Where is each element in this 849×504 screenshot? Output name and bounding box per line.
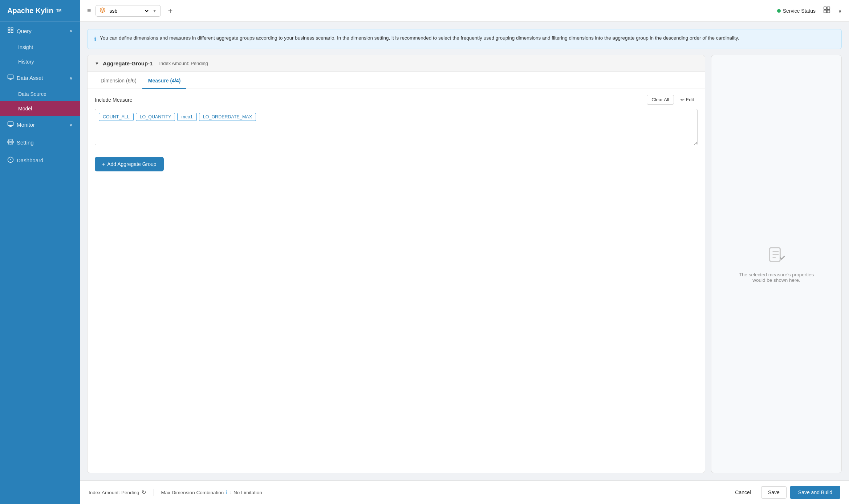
measure-tag-mea1[interactable]: mea1 xyxy=(177,113,196,121)
svg-rect-16 xyxy=(827,7,830,9)
sidebar-item-data-source[interactable]: Data Source xyxy=(0,87,80,101)
sidebar-sub-label-insight: Insight xyxy=(18,44,33,50)
svg-rect-1 xyxy=(11,28,13,29)
info-banner: ℹ You can define dimensions and measures… xyxy=(87,29,842,49)
cancel-button[interactable]: Cancel xyxy=(728,487,757,498)
measure-tag-count-all[interactable]: COUNT_ALL xyxy=(99,113,134,121)
max-dimension-item: Max Dimension Combination ℹ : No Limitat… xyxy=(161,489,262,495)
svg-rect-3 xyxy=(8,31,10,33)
sidebar-sub-label-model: Model xyxy=(18,106,32,111)
dashboard-icon xyxy=(7,157,14,164)
svg-rect-0 xyxy=(8,28,10,29)
sidebar-item-history[interactable]: History xyxy=(0,54,80,69)
sidebar-sub-label-data-source: Data Source xyxy=(18,91,46,97)
info-circle-icon: ℹ xyxy=(226,489,228,495)
divider xyxy=(154,489,154,496)
measure-tag-lo-quantity[interactable]: LO_QUANTITY xyxy=(136,113,175,121)
include-measure-header: Include Measure Clear All ✏ Edit xyxy=(95,95,698,105)
sidebar-item-insight[interactable]: Insight xyxy=(0,40,80,54)
aggregate-panel: ▼ Aggregate-Group-1 Index Amount: Pendin… xyxy=(87,55,705,473)
group-header: ▼ Aggregate-Group-1 Index Amount: Pendin… xyxy=(88,55,705,72)
sidebar-item-label-dashboard: Dashboard xyxy=(17,157,43,163)
page-content: ℹ You can define dimensions and measures… xyxy=(80,22,849,480)
sidebar-item-model[interactable]: Model xyxy=(0,101,80,116)
refresh-icon[interactable]: ↻ xyxy=(142,489,146,496)
include-measure-section: Include Measure Clear All ✏ Edit COUNT_A… xyxy=(88,89,705,151)
measure-properties-icon xyxy=(767,245,785,268)
measure-actions: Clear All ✏ Edit xyxy=(647,95,698,105)
topbar-left: ≡ ssb ▼ + xyxy=(87,5,175,17)
data-asset-icon xyxy=(7,74,14,82)
chevron-up-icon: ∧ xyxy=(69,28,73,33)
add-aggregate-group-button[interactable]: + Add Aggregate Group xyxy=(95,157,164,171)
right-panel-empty-text: The selected measure's propertieswould b… xyxy=(739,272,814,283)
tab-measure[interactable]: Measure (4/4) xyxy=(142,73,186,89)
dimension-colon: : xyxy=(230,490,231,495)
svg-point-10 xyxy=(10,141,12,143)
sidebar-item-dashboard[interactable]: Dashboard xyxy=(0,151,80,169)
tabs: Dimension (6/6) Measure (4/4) xyxy=(88,73,705,89)
save-button[interactable]: Save xyxy=(761,486,787,499)
plus-icon: + xyxy=(102,161,105,167)
max-dimension-label: Max Dimension Combination xyxy=(161,490,224,495)
bottom-bar: Index Amount: Pending ↻ Max Dimension Co… xyxy=(80,480,849,504)
right-panel-empty-state: The selected measure's propertieswould b… xyxy=(732,238,821,290)
measure-tag-lo-orderdate-max[interactable]: LO_ORDERDATE_MAX xyxy=(199,113,256,121)
sidebar-item-label-query: Query xyxy=(17,28,32,34)
svg-rect-2 xyxy=(11,31,13,33)
sidebar-nav: Query ∧ Insight History Data Asset ∧ Dat… xyxy=(0,22,80,169)
hamburger-menu-icon[interactable]: ≡ xyxy=(87,7,91,15)
status-dot-green xyxy=(777,9,781,13)
add-aggregate-label: Add Aggregate Group xyxy=(107,161,156,167)
panel-area: ▼ Aggregate-Group-1 Index Amount: Pendin… xyxy=(87,55,842,473)
layers-icon xyxy=(99,7,105,15)
group-index-amount: Index Amount: Pending xyxy=(159,61,208,66)
sidebar-sub-label-history: History xyxy=(18,59,34,65)
setting-icon xyxy=(7,139,14,146)
no-limitation-label: No Limitation xyxy=(233,490,262,495)
sidebar-item-data-asset[interactable]: Data Asset ∧ xyxy=(0,69,80,87)
index-amount-item: Index Amount: Pending ↻ xyxy=(89,489,146,496)
svg-marker-14 xyxy=(100,8,105,10)
chevron-up-icon-asset: ∧ xyxy=(69,76,73,81)
svg-rect-7 xyxy=(8,122,13,126)
sidebar-item-label-setting: Setting xyxy=(17,139,34,146)
info-banner-text: You can define dimensions and measures i… xyxy=(100,34,739,42)
monitor-icon xyxy=(7,121,14,129)
bottom-left: Index Amount: Pending ↻ Max Dimension Co… xyxy=(89,489,262,496)
sidebar-item-monitor[interactable]: Monitor ∨ xyxy=(0,116,80,134)
topbar-right: Service Status ∨ xyxy=(777,4,842,17)
user-settings-icon[interactable] xyxy=(821,4,832,17)
project-selector[interactable]: ssb ▼ xyxy=(96,5,161,17)
edit-pencil-icon: ✏ xyxy=(681,97,685,102)
chevron-down-icon-monitor: ∨ xyxy=(69,122,73,127)
project-select[interactable]: ssb xyxy=(108,8,150,14)
add-tab-button[interactable]: + xyxy=(165,5,176,17)
sidebar-item-label-data-asset: Data Asset xyxy=(17,75,43,81)
app-tm: TM xyxy=(56,9,61,13)
topbar-chevron-icon[interactable]: ∨ xyxy=(838,8,842,14)
main-content: ≡ ssb ▼ + Service Status ∨ xyxy=(80,0,849,504)
clear-all-button[interactable]: Clear All xyxy=(647,95,674,105)
measure-tags-area: COUNT_ALL LO_QUANTITY mea1 LO_ORDERDATE_… xyxy=(95,109,698,145)
svg-rect-15 xyxy=(824,7,826,9)
svg-rect-17 xyxy=(824,10,826,13)
svg-rect-18 xyxy=(827,10,830,13)
app-name: Apache Kylin xyxy=(7,7,53,15)
app-logo: Apache Kylin TM xyxy=(0,0,80,22)
sidebar-item-label-monitor: Monitor xyxy=(17,122,35,128)
sidebar: Apache Kylin TM Query ∧ Insight History xyxy=(0,0,80,504)
include-measure-label: Include Measure xyxy=(95,97,133,103)
info-icon: ℹ xyxy=(94,35,96,44)
right-panel: The selected measure's propertieswould b… xyxy=(711,55,842,473)
collapse-icon[interactable]: ▼ xyxy=(95,61,99,66)
service-status-label: Service Status xyxy=(783,8,816,14)
save-and-build-button[interactable]: Save and Build xyxy=(790,486,840,499)
sidebar-item-setting[interactable]: Setting xyxy=(0,134,80,151)
edit-button[interactable]: ✏ Edit xyxy=(677,95,698,104)
index-amount-label: Index Amount: Pending xyxy=(89,490,139,495)
svg-rect-4 xyxy=(8,75,13,79)
tab-dimension[interactable]: Dimension (6/6) xyxy=(95,73,142,89)
query-icon xyxy=(7,27,14,35)
sidebar-item-query[interactable]: Query ∧ xyxy=(0,22,80,40)
